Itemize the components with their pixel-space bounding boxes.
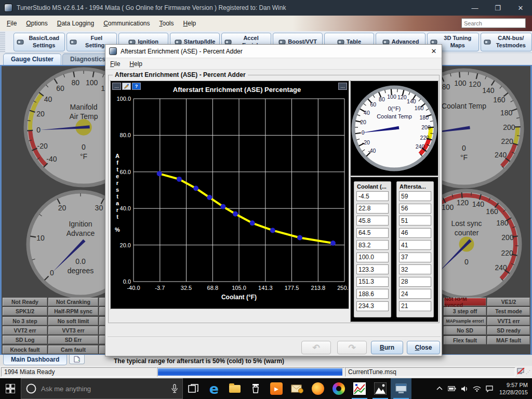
global-search-input[interactable] [461,18,526,28]
curve-value-field[interactable] [399,216,431,225]
curve-value-field[interactable] [399,240,431,250]
battery-icon[interactable] [446,378,458,399]
menu-help[interactable]: Help [179,18,201,29]
menu-options[interactable]: Options [21,18,52,29]
minimize-button[interactable]: — [463,0,486,16]
curve-value-field[interactable] [399,191,431,201]
help-icon[interactable]: ? [132,83,141,90]
svg-text:A: A [115,153,119,159]
toolbar-can-bus-testmodes-button[interactable]: CAN-bus/ Testmodes [481,33,532,51]
network-icon[interactable] [471,378,483,399]
svg-text:100.0: 100.0 [116,96,131,102]
dialog-app-icon [109,47,117,55]
tunerstudio-icon[interactable] [349,378,370,399]
window-controls: —❐✕ [463,0,532,16]
ase-curve-chart[interactable]: Afterstart Enrichment (ASE) Percentage-4… [111,81,349,309]
file-explorer-icon[interactable] [224,378,245,399]
svg-text:177.5: 177.5 [285,285,299,291]
svg-text:200: 200 [501,233,514,242]
curve-value-field[interactable] [399,264,431,274]
firefox-icon[interactable] [308,378,328,399]
more-options-right-icon[interactable]: … [338,83,347,90]
indicator-vvt3-err: VVT3 err [48,326,98,335]
taskbar-clock[interactable]: 9:57 PM 12/28/2015 [496,381,532,396]
svg-text:40.0: 40.0 [120,205,131,211]
toolbar-label: 3D Tuning Maps [440,35,475,49]
store-icon[interactable] [245,378,266,399]
taskbar-search-placeholder: Ask me anything [41,385,91,393]
svg-text:t: t [116,193,118,200]
photos-icon[interactable] [370,378,391,399]
dialog-titlebar[interactable]: Afterstart Enrichment (ASE) - Percent Ad… [105,45,442,58]
dialog-menu-help[interactable]: Help [125,58,147,70]
curve-value-field[interactable] [399,252,431,262]
svg-text:a: a [116,200,119,206]
more-options-icon[interactable]: … [112,83,121,90]
close-button[interactable]: ✕ [509,0,532,16]
curve-value-field[interactable] [399,204,431,214]
curve-value-field[interactable] [399,228,431,238]
cortana-circle-icon [25,383,37,394]
microphone-icon[interactable] [171,384,178,393]
dialog-close-button[interactable]: ✕ [426,47,442,55]
svg-text:-40.0: -40.0 [127,285,140,291]
tab-main-dashboard[interactable]: Main Dashboard [3,355,67,365]
svg-text:0: 0 [50,269,54,277]
menu-tools[interactable]: Tools [155,18,179,29]
resize-grip[interactable]: ⋰ [526,369,532,375]
cortana-search[interactable]: Ask me anything [21,378,183,399]
curve-value-field[interactable] [399,289,431,299]
curve-value-field[interactable] [356,228,389,238]
curve-value-field[interactable] [356,264,389,274]
start-button[interactable] [0,378,21,399]
curve-value-field[interactable] [356,216,389,225]
menu-file[interactable]: File [2,18,21,29]
svg-text:0.0: 0.0 [75,257,86,265]
curve-value-field[interactable] [399,301,431,311]
chevron-up-icon[interactable] [433,378,446,399]
indicator-spk1-2: SPK1/2 [3,307,47,315]
edge-icon[interactable]: e [204,378,224,399]
curve-value-field[interactable] [356,277,389,287]
menu-data-logging[interactable]: Data Logging [52,18,99,29]
toolbar-label: Basic/Load Settings [26,35,62,49]
burn-button[interactable]: Burn [371,341,403,354]
taskbar: Ask me anything e▶ 9:57 PM 12/28/2015 [0,378,532,399]
curve-value-field[interactable] [356,204,389,214]
redo-button[interactable]: ↷ [337,341,367,354]
maximize-button[interactable]: ❐ [486,0,509,16]
media-player-icon[interactable]: ▶ [266,378,287,399]
edit-curve-icon[interactable] [122,83,131,90]
tab-gauge-cluster[interactable]: Gauge Cluster [3,54,61,65]
curve-value-field[interactable] [356,240,389,250]
svg-text:120: 120 [397,94,407,100]
color-wheel-icon[interactable] [328,378,349,399]
curve-value-field[interactable] [399,277,431,287]
task-view-icon[interactable] [183,378,204,399]
svg-text:80: 80 [72,78,80,87]
groupbox-title: Afterstart Enrichment (ASE) - Percent Ad… [113,71,248,78]
indicator-flex-fault: Flex fault [444,336,486,344]
curve-value-field[interactable] [356,191,389,201]
action-center-icon[interactable] [483,378,496,399]
svg-text:*: * [78,359,79,363]
svg-text:Afterstart Enrichment (ASE) Pe: Afterstart Enrichment (ASE) Percentage [173,86,301,94]
new-dashboard-icon[interactable]: * [69,355,85,364]
mail-icon[interactable] [287,378,308,399]
svg-text:20: 20 [36,110,45,118]
close-button[interactable]: Close [407,341,440,354]
curve-value-field[interactable] [356,301,389,311]
undo-button[interactable]: ↶ [301,341,331,354]
svg-text:degrees: degrees [68,267,94,275]
toolbar-basic-load-settings-button[interactable]: Basic/Load Settings [14,33,65,51]
tunerstudio-window-icon[interactable] [391,378,411,399]
speaker-icon[interactable] [458,378,471,399]
svg-text:e: e [116,173,119,179]
curve-value-field[interactable] [356,289,389,299]
curve-value-field[interactable] [356,252,389,262]
menu-communications[interactable]: Communications [99,18,154,29]
status-indicators-left: Not ReadyNot CrankingASESPK1/2Half-RPM s… [3,298,106,354]
svg-text:100: 100 [442,203,454,211]
dialog-menu-file[interactable]: File [105,58,125,70]
svg-text:Manifold: Manifold [70,103,98,111]
